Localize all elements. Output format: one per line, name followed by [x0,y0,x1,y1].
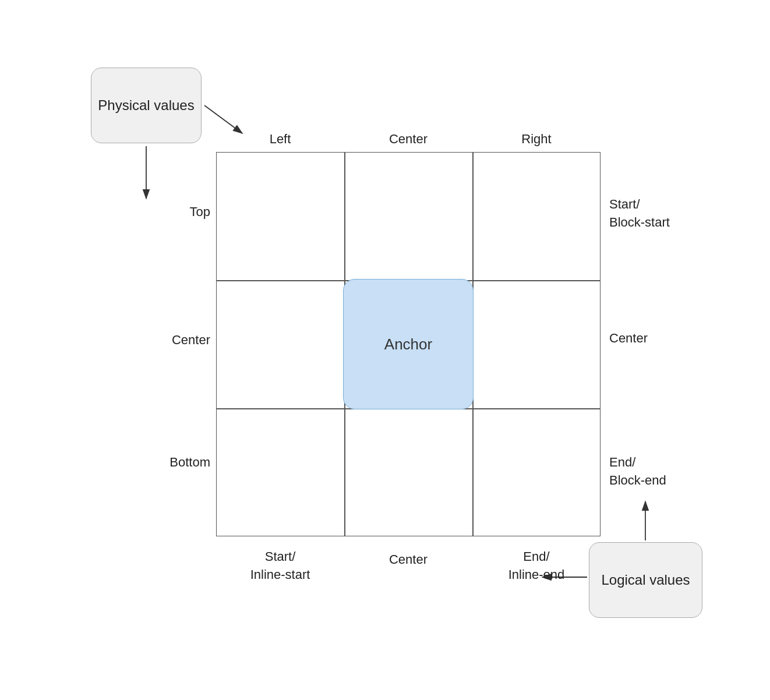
col-header-right: Right [472,132,601,147]
bottom-label-center: Center [344,552,472,567]
physical-values-label: Physical values [98,96,194,115]
row-label-right-top: Start/Block-start [609,196,705,232]
svg-line-1 [204,105,242,133]
anchor-label: Anchor [384,335,432,353]
physical-values-box: Physical values [91,68,202,143]
row-label-bottom: Bottom [114,455,210,470]
bottom-label-right: End/Inline-end [472,548,601,584]
diagram-container: Physical values Logical values Left Cent… [65,36,705,664]
grid-area: Anchor [216,152,601,536]
bottom-label-left: Start/Inline-start [216,548,344,584]
row-label-center: Center [120,333,210,348]
row-label-top: Top [120,204,210,220]
logical-values-box: Logical values [589,542,702,618]
anchor-cell: Anchor [343,279,474,409]
logical-values-label: Logical values [601,570,690,590]
row-label-right-center: Center [609,331,705,346]
col-header-left: Left [216,132,344,147]
col-header-center: Center [344,132,472,147]
row-label-right-bottom: End/Block-end [609,454,705,490]
